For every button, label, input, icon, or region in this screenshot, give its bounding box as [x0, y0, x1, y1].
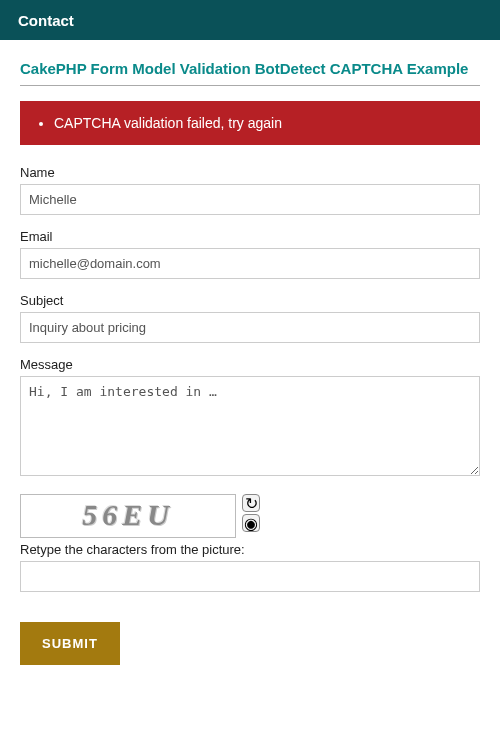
submit-button[interactable]: SUBMIT — [20, 622, 120, 665]
captcha-input[interactable] — [20, 561, 480, 592]
captcha-image: 56EU — [20, 494, 236, 538]
error-message-box: CAPTCHA validation failed, try again — [20, 101, 480, 145]
header-title: Contact — [18, 12, 74, 29]
message-label: Message — [20, 357, 480, 372]
app-header: Contact — [0, 0, 500, 40]
message-textarea[interactable] — [20, 376, 480, 476]
error-message-item: CAPTCHA validation failed, try again — [54, 115, 470, 131]
sound-icon: ◉ — [244, 514, 258, 533]
captcha-sound-button[interactable]: ◉ — [242, 514, 260, 532]
main-container: CakePHP Form Model Validation BotDetect … — [0, 40, 500, 685]
name-label: Name — [20, 165, 480, 180]
captcha-reload-button[interactable]: ↻ — [242, 494, 260, 512]
captcha-image-text: 56EU — [82, 498, 174, 532]
captcha-label: Retype the characters from the picture: — [20, 542, 480, 557]
message-field-group: Message — [20, 357, 480, 480]
subject-label: Subject — [20, 293, 480, 308]
email-field-group: Email — [20, 229, 480, 279]
page-title: CakePHP Form Model Validation BotDetect … — [20, 60, 480, 86]
name-input[interactable] — [20, 184, 480, 215]
subject-input[interactable] — [20, 312, 480, 343]
subject-field-group: Subject — [20, 293, 480, 343]
captcha-section: 56EU ↻ ◉ Retype the characters from the … — [20, 494, 480, 592]
name-field-group: Name — [20, 165, 480, 215]
email-label: Email — [20, 229, 480, 244]
reload-icon: ↻ — [245, 494, 258, 513]
email-input[interactable] — [20, 248, 480, 279]
